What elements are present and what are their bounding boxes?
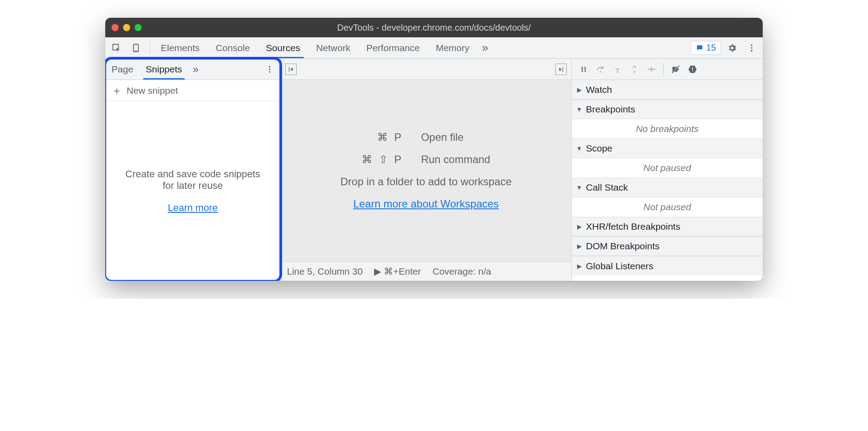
navigator-pane: Page Snippets » ＋ New snippet Create and… [105,59,281,281]
call-stack-empty: Not paused [572,197,763,217]
shortcut-keys-run-command: ⌘ ⇧ P [362,153,403,166]
inspect-element-icon[interactable] [108,40,125,56]
section-global-listeners[interactable]: ▶ Global Listeners [572,256,763,275]
panel-tabs: Elements Console Sources Network Perform… [153,37,478,58]
triangle-right-icon: ▶ [576,223,582,230]
triangle-right-icon: ▶ [576,86,582,93]
new-snippet-button[interactable]: ＋ New snippet [105,80,280,101]
section-call-stack[interactable]: ▼ Call Stack [572,178,763,197]
show-debugger-icon[interactable] [555,64,567,75]
navigator-tab-page[interactable]: Page [105,59,139,80]
section-label: Global Listeners [586,261,653,271]
section-label: Scope [586,143,613,154]
close-window-button[interactable] [111,24,119,31]
step-over-icon[interactable] [593,62,608,77]
svg-point-3 [751,44,753,46]
navigator-menu-icon[interactable] [259,59,280,80]
svg-point-16 [654,68,656,70]
snippets-empty-state: Create and save code snippets for later … [105,101,280,281]
pause-icon[interactable] [576,62,591,77]
coverage-status: Coverage: n/a [433,266,491,277]
window-title: DevTools - developer.chrome.com/docs/dev… [105,23,763,33]
svg-rect-11 [581,67,583,72]
workspaces-learn-more-link[interactable]: Learn more about Workspaces [353,198,499,210]
tab-sources[interactable]: Sources [258,37,308,58]
breakpoints-empty: No breakpoints [572,119,763,139]
maximize-window-button[interactable] [135,24,142,31]
svg-point-6 [269,66,270,67]
show-navigator-icon[interactable] [285,64,297,75]
tab-performance[interactable]: Performance [358,37,428,58]
triangle-right-icon: ▶ [576,263,582,270]
triangle-right-icon: ▶ [576,243,582,250]
settings-icon[interactable] [724,40,741,56]
shortcut-label-open-file: Open file [421,131,490,144]
debugger-pane: ▶ Watch ▼ Breakpoints No breakpoints ▼ S… [572,59,763,281]
step-icon[interactable] [644,62,659,77]
step-into-icon[interactable] [610,62,625,77]
devtools-window: DevTools - developer.chrome.com/docs/dev… [105,18,763,281]
section-scope[interactable]: ▼ Scope [572,139,763,158]
svg-rect-20 [692,70,693,71]
navigator-tabs: Page Snippets » [105,59,280,80]
section-label: Call Stack [586,182,628,193]
run-snippet-button[interactable]: ▶ ⌘+Enter [374,266,421,277]
issues-button[interactable]: 15 [691,41,721,55]
kebab-menu-icon[interactable] [743,40,760,56]
debugger-toolbar [572,59,763,80]
more-tabs-icon[interactable]: » [478,37,493,58]
editor-pane: ⌘ P Open file ⌘ ⇧ P Run command Drop in … [281,59,572,281]
triangle-down-icon: ▼ [576,106,582,113]
deactivate-breakpoints-icon[interactable] [668,62,683,77]
svg-rect-12 [585,67,586,72]
pause-on-exceptions-icon[interactable] [685,62,700,77]
editor-placeholder: ⌘ P Open file ⌘ ⇧ P Run command Drop in … [281,80,571,261]
snippets-learn-more-link[interactable]: Learn more [168,202,218,214]
scope-empty: Not paused [572,158,763,178]
tab-elements[interactable]: Elements [153,37,208,58]
section-label: DOM Breakpoints [586,241,660,251]
svg-point-15 [633,71,635,72]
minimize-window-button[interactable] [123,24,130,31]
new-snippet-label: New snippet [127,85,178,96]
svg-point-8 [269,71,270,72]
section-label: Breakpoints [586,104,635,115]
editor-status-bar: Line 5, Column 30 ▶ ⌘+Enter Coverage: n/… [281,261,571,281]
svg-point-14 [617,71,618,72]
plus-icon: ＋ [111,84,122,98]
device-toolbar-icon[interactable] [127,40,144,56]
navigator-more-tabs-icon[interactable]: » [188,59,203,80]
triangle-down-icon: ▼ [576,184,582,191]
traffic-lights [111,24,142,31]
section-watch[interactable]: ▶ Watch [572,80,763,100]
triangle-down-icon: ▼ [576,145,582,152]
step-out-icon[interactable] [627,62,642,77]
svg-rect-19 [692,67,693,70]
tab-memory[interactable]: Memory [428,37,478,58]
issues-count: 15 [706,43,716,53]
tab-network[interactable]: Network [308,37,358,58]
section-label: XHR/fetch Breakpoints [586,221,680,232]
section-dom-breakpoints[interactable]: ▶ DOM Breakpoints [572,236,763,256]
empty-state-text: Create and save code snippets for later … [119,168,267,192]
svg-point-4 [751,47,753,49]
svg-point-13 [600,71,601,72]
navigator-tab-snippets[interactable]: Snippets [139,59,188,80]
tab-console[interactable]: Console [208,37,258,58]
section-xhr-breakpoints[interactable]: ▶ XHR/fetch Breakpoints [572,217,763,236]
svg-point-7 [269,68,270,70]
workspace-drop-hint: Drop in a folder to add to workspace [340,176,512,188]
section-label: Watch [586,84,612,95]
cursor-position: Line 5, Column 30 [287,266,362,277]
main-toolbar: Elements Console Sources Network Perform… [105,37,763,59]
shortcut-label-run-command: Run command [421,153,490,166]
section-breakpoints[interactable]: ▼ Breakpoints [572,100,763,119]
svg-point-5 [751,50,753,52]
editor-tab-strip [281,59,571,80]
shortcut-keys-open-file: ⌘ P [362,131,403,144]
window-titlebar: DevTools - developer.chrome.com/docs/dev… [105,18,763,37]
